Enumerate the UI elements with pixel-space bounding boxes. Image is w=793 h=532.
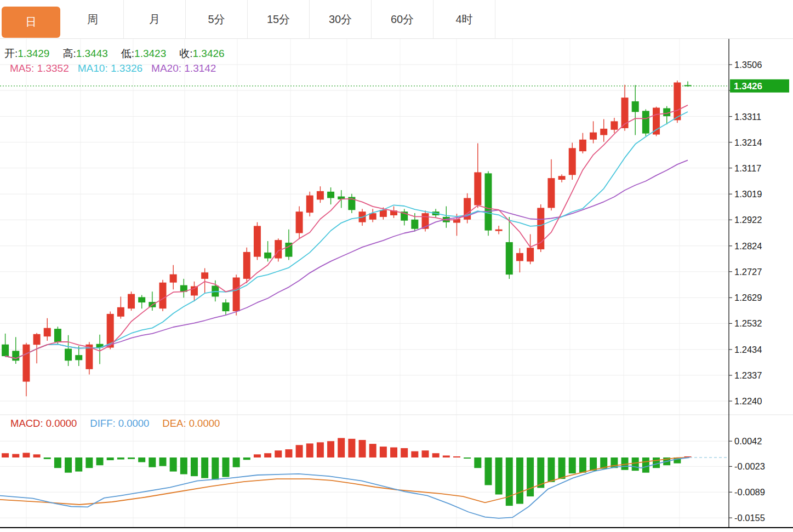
macd-histogram — [2, 438, 691, 506]
macd-bar — [558, 457, 566, 479]
candle-body — [380, 210, 387, 217]
macd-bar — [212, 457, 219, 480]
tab-15分[interactable]: 15分 — [248, 0, 310, 38]
ma10-label: MA10: — [78, 62, 108, 75]
dea-label: DEA: — [162, 417, 186, 430]
candle-body — [44, 328, 51, 337]
chart-canvas[interactable]: 1.35061.33111.32141.31171.30191.29221.28… — [0, 0, 793, 532]
macd-bar — [443, 455, 450, 457]
candle-body — [516, 253, 523, 261]
axis-tick-label: 1.3214 — [734, 138, 762, 147]
current-price-value: 1.3426 — [734, 81, 762, 91]
ma20-value: 1.3142 — [184, 62, 216, 75]
axis-tick-label: 1.2727 — [734, 267, 762, 277]
tab-周[interactable]: 周 — [62, 0, 124, 38]
macd-bar — [275, 450, 282, 457]
macd-bar — [54, 457, 61, 468]
candle-body — [128, 294, 135, 309]
candle-body — [674, 82, 681, 120]
ma10-value: 1.3326 — [111, 62, 142, 75]
open-label: 开: — [4, 47, 18, 61]
tab-5分[interactable]: 5分 — [186, 0, 248, 38]
candle-body — [317, 191, 324, 200]
axis-tick-label: 1.2824 — [734, 241, 762, 251]
candle-body — [527, 248, 534, 261]
candle-body — [484, 173, 492, 230]
macd-bar — [569, 457, 576, 473]
candle-body — [159, 283, 167, 309]
macd-bar — [233, 457, 240, 467]
tab-bar: 日周月5分15分30分60分4时 — [0, 0, 793, 39]
candle-body — [547, 178, 555, 208]
tab-30分[interactable]: 30分 — [310, 0, 372, 38]
candle-body — [474, 172, 481, 205]
candle-body — [54, 329, 61, 342]
ma5-value: 1.3352 — [37, 62, 69, 75]
dea-value: 0.0000 — [189, 417, 220, 430]
macd-bar — [170, 457, 177, 472]
kline-app: 日周月5分15分30分60分4时 开:1.3429高:1.3443低:1.342… — [0, 0, 793, 532]
macd-bar — [96, 457, 104, 465]
macd-bar — [107, 457, 114, 460]
macd-bar — [359, 440, 366, 457]
tab-4时[interactable]: 4时 — [433, 0, 495, 38]
macd-bar — [117, 457, 124, 460]
macd-bar — [149, 457, 156, 467]
macd-bar — [180, 457, 187, 474]
macd-bar — [579, 457, 586, 473]
axis-tick-label: 1.3311 — [734, 112, 761, 122]
candle-body — [201, 272, 208, 279]
candle-body — [264, 253, 271, 259]
open-value: 1.3429 — [18, 48, 49, 60]
candle-body — [579, 140, 586, 151]
axis-tick-label: 0.0042 — [734, 436, 762, 446]
candle-body — [411, 220, 418, 229]
macd-bar — [474, 457, 481, 468]
candle-body — [243, 252, 250, 279]
candle-body — [254, 226, 261, 256]
macd-bar — [243, 457, 250, 460]
candle-body — [632, 101, 639, 112]
candle-body — [558, 176, 566, 180]
candle-body — [191, 286, 198, 295]
tab-月[interactable]: 月 — [124, 0, 186, 38]
macd-bar — [22, 453, 30, 457]
axis-tick-label: 1.2922 — [734, 215, 762, 225]
candle-body — [590, 133, 597, 140]
macd-bar — [75, 457, 82, 472]
macd-bar — [85, 457, 93, 468]
macd-bar — [296, 445, 303, 457]
diff-label: DIFF: — [90, 417, 115, 430]
macd-bar — [390, 448, 397, 457]
macd-bar — [201, 457, 208, 478]
diff-value: 0.0000 — [118, 417, 150, 430]
macd-bar — [254, 454, 261, 457]
macd-bar — [642, 457, 649, 473]
candle-body — [327, 192, 334, 198]
macd-bar — [464, 457, 471, 459]
macd-bar — [411, 451, 418, 457]
candle-body — [642, 111, 649, 133]
ma5-label: MA5: — [10, 62, 34, 75]
tab-日[interactable]: 日 — [2, 7, 60, 38]
candle-body — [611, 121, 618, 130]
macd-bar — [527, 457, 534, 496]
candle-body — [233, 277, 240, 311]
candle-body — [65, 348, 72, 361]
macd-bar — [128, 457, 135, 459]
candle-body — [306, 196, 313, 213]
candle-body — [296, 211, 303, 233]
macd-bar — [159, 457, 167, 466]
macd-bar — [2, 453, 9, 457]
tab-60分[interactable]: 60分 — [372, 0, 433, 38]
axis-tick-label: 1.2240 — [734, 396, 762, 406]
axis-tick-label: -0.0155 — [734, 513, 765, 523]
macd-legend: MACD: 0.0000DIFF: 0.0000DEA: 0.0000 — [10, 417, 220, 430]
ma20-label: MA20: — [151, 62, 181, 75]
candle-body — [2, 345, 9, 356]
axis-tick-label: 1.3019 — [734, 189, 762, 199]
axis-labels: 1.35061.33111.32141.31171.30191.29221.28… — [729, 60, 765, 523]
macd-bar — [285, 449, 292, 457]
macd-value: 0.0000 — [46, 417, 77, 430]
macd-bar — [380, 447, 387, 457]
